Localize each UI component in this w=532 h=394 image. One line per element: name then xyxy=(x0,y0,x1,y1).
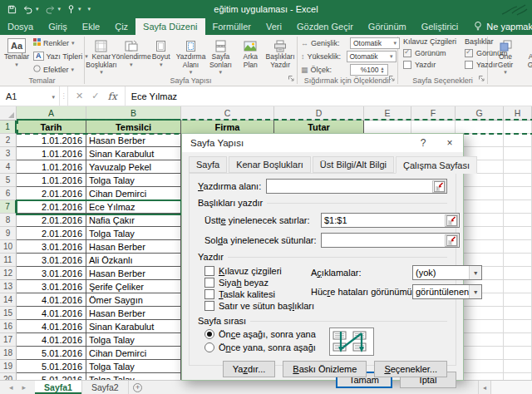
help-icon[interactable]: ? xyxy=(410,134,436,152)
dialog-tab[interactable]: Kenar Boşlukları xyxy=(229,156,311,173)
background-button[interactable]: Arka Plan xyxy=(235,37,265,75)
row-number[interactable]: 15 xyxy=(0,307,17,320)
name-box-caret-icon[interactable]: ▾ xyxy=(52,94,55,100)
new-sheet-button[interactable]: + xyxy=(129,381,147,394)
customize-qat-icon[interactable]: ▾ xyxy=(88,6,91,12)
dialog-checkbox-row[interactable]: Taslak kalitesi xyxy=(204,288,311,300)
row-number[interactable]: 20 xyxy=(0,373,17,380)
ribbon-tab[interactable]: Geliştirici xyxy=(414,18,466,35)
ribbon-tab[interactable]: Formüller xyxy=(205,18,259,35)
empty-cell[interactable] xyxy=(504,214,532,227)
cell-name[interactable]: Ece Yılmaz xyxy=(86,200,181,214)
row-number[interactable]: 1 xyxy=(0,121,17,134)
cell-date[interactable]: 2.01.2016 xyxy=(17,227,86,240)
range-selector-icon[interactable] xyxy=(445,214,458,227)
close-icon[interactable]: × xyxy=(436,134,463,152)
cell-date[interactable]: 2.01.2016 xyxy=(17,214,86,227)
empty-cell[interactable] xyxy=(504,187,532,200)
print-titles-button[interactable]: Başlıkları Yazdır xyxy=(265,37,295,75)
spinner-arrows-icon[interactable]: ▲▼ xyxy=(381,66,385,73)
cell-name[interactable]: Tolga Talay xyxy=(86,227,181,240)
empty-cell[interactable] xyxy=(456,121,504,134)
cell-name[interactable]: Tolga Talay xyxy=(86,360,181,373)
column-header-f[interactable]: F xyxy=(411,106,456,121)
dialog-checkbox-row[interactable]: Satır ve sütun başlıkları xyxy=(204,300,311,312)
repeat-cols-field[interactable] xyxy=(322,235,445,245)
cell-name[interactable]: Hasan Berber xyxy=(86,134,181,147)
cell-date[interactable]: 4.01.2016 xyxy=(17,320,86,333)
empty-cell[interactable] xyxy=(504,134,532,147)
scrollbar-track[interactable] xyxy=(490,381,532,394)
comments-dropdown[interactable]: (yok)▼ xyxy=(412,265,482,280)
cell-date[interactable]: 3.01.2016 xyxy=(17,280,86,293)
touch-mode-icon[interactable] xyxy=(66,4,76,14)
column-header-h[interactable]: H xyxy=(504,106,532,121)
cell-name[interactable]: Hasan Berber xyxy=(86,267,181,280)
cell-date[interactable]: 3.01.2016 xyxy=(17,267,86,280)
bring-forward-button[interactable]: Öne Getir▾ xyxy=(490,37,521,75)
colors-button[interactable]: Renkler▾ xyxy=(33,37,88,49)
empty-cell[interactable] xyxy=(504,227,532,240)
cell-name[interactable]: Ali Özkanlı xyxy=(86,254,181,267)
empty-cell[interactable] xyxy=(504,174,532,187)
range-selector-icon[interactable] xyxy=(445,234,458,247)
row-number[interactable]: 6 xyxy=(0,187,17,200)
empty-cell[interactable] xyxy=(504,293,532,307)
header-cell[interactable]: Tarih xyxy=(17,121,86,134)
ribbon-tab[interactable]: Çiz xyxy=(107,18,135,35)
empty-cell[interactable] xyxy=(504,240,532,254)
cell-name[interactable]: Tolga Talay xyxy=(86,174,181,187)
orientation-button[interactable]: Yönlendirme▾ xyxy=(116,37,146,75)
dialog-radio-row[interactable]: Önce yana, sonra aşağı xyxy=(204,341,328,354)
scroll-left-icon[interactable]: ◂ xyxy=(478,381,490,394)
row-number[interactable]: 12 xyxy=(0,267,17,280)
cancel-entry-icon[interactable]: ✕ xyxy=(76,91,83,101)
width-combobox[interactable]: Otomatik▾ xyxy=(350,37,400,49)
cell-date[interactable]: 3.01.2016 xyxy=(17,240,86,254)
cell-name[interactable]: Tolga Talay xyxy=(86,333,181,347)
cell-date[interactable]: 3.01.2016 xyxy=(17,254,86,267)
column-header-d[interactable]: D xyxy=(274,106,364,121)
empty-cell[interactable] xyxy=(411,121,456,134)
row-number[interactable]: 8 xyxy=(0,214,17,227)
row-number[interactable]: 3 xyxy=(0,147,17,160)
dialog-launcher-icon[interactable] xyxy=(388,75,396,84)
undo-icon[interactable] xyxy=(22,5,33,14)
empty-cell[interactable] xyxy=(504,280,532,293)
fonts-button[interactable]: A Yazı Tipleri▾ xyxy=(33,50,88,62)
empty-cell[interactable] xyxy=(504,320,532,333)
cell-date[interactable]: 2.01.2016 xyxy=(17,187,86,200)
cell-name[interactable]: Hasan Berber xyxy=(86,307,181,320)
row-number[interactable]: 13 xyxy=(0,280,17,293)
empty-cell[interactable] xyxy=(504,347,532,360)
row-number[interactable]: 14 xyxy=(0,293,17,307)
empty-cell[interactable] xyxy=(504,333,532,347)
cell-date[interactable]: 5.01.2016 xyxy=(17,347,86,360)
send-backward-button[interactable]: Arkaya Gönder▾ xyxy=(521,37,532,75)
cell-date[interactable]: 1.01.2016 xyxy=(17,174,86,187)
row-number[interactable]: 19 xyxy=(0,360,17,373)
cell-date[interactable]: 1.01.2016 xyxy=(17,160,86,174)
redo-caret-icon[interactable]: ▾ xyxy=(58,6,62,12)
sheet-tab-sayfa2[interactable]: Sayfa2 xyxy=(82,381,129,394)
column-header-a[interactable]: A xyxy=(17,106,86,121)
confirm-entry-icon[interactable]: ✓ xyxy=(91,91,99,101)
formula-input[interactable]: Ece Yılmaz xyxy=(126,86,532,106)
cell-name[interactable]: Sinan Karabulut xyxy=(86,147,181,160)
dialog-checkbox-row[interactable]: Kılavuz çizgileri xyxy=(204,265,311,277)
row-number[interactable]: 7 xyxy=(0,200,17,214)
dialog-radio-row[interactable]: Önce aşağı, sonra yana xyxy=(204,328,328,341)
scale-spinner[interactable]: %100▲▼ xyxy=(350,64,388,76)
cell-date[interactable]: 1.01.2016 xyxy=(17,147,86,160)
empty-cell[interactable] xyxy=(504,360,532,373)
ribbon-checkbox-row[interactable]: Yazdır xyxy=(403,59,456,71)
empty-cell[interactable] xyxy=(364,121,411,134)
empty-cell[interactable] xyxy=(504,200,532,214)
empty-cell[interactable] xyxy=(504,373,532,380)
print-area-input[interactable] xyxy=(266,179,447,194)
size-button[interactable]: Boyut▾ xyxy=(146,37,176,75)
cell-name[interactable]: Nafia Çakır xyxy=(86,214,181,227)
dialog-tab[interactable]: Sayfa xyxy=(189,156,227,173)
cell-errors-dropdown[interactable]: görüntülenen▼ xyxy=(412,284,482,299)
height-combobox[interactable]: Otomatik▾ xyxy=(347,51,397,62)
